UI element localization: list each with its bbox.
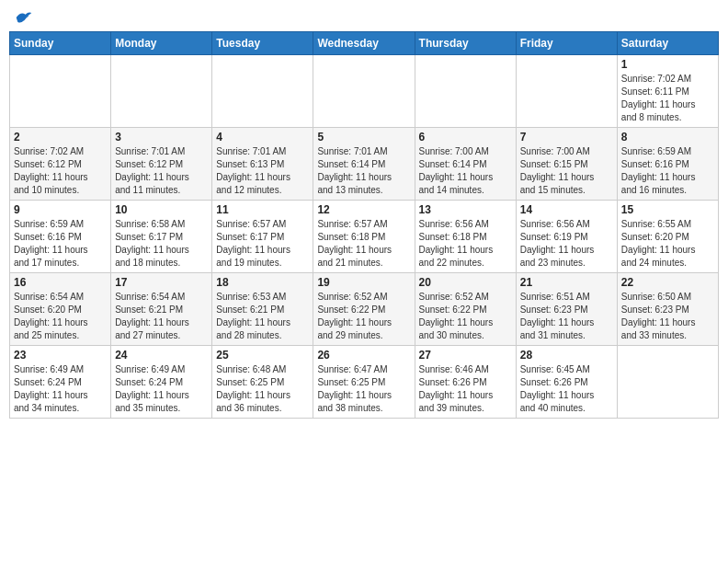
calendar-cell: 11Sunrise: 6:57 AM Sunset: 6:17 PM Dayli… <box>212 201 313 273</box>
day-number: 26 <box>317 349 410 362</box>
calendar-cell: 25Sunrise: 6:48 AM Sunset: 6:25 PM Dayli… <box>212 346 313 419</box>
day-info: Sunrise: 6:50 AM Sunset: 6:23 PM Dayligh… <box>621 291 714 342</box>
day-info: Sunrise: 6:56 AM Sunset: 6:18 PM Dayligh… <box>419 218 512 270</box>
day-info: Sunrise: 6:54 AM Sunset: 6:20 PM Dayligh… <box>14 291 107 342</box>
day-number: 20 <box>419 276 512 289</box>
day-info: Sunrise: 6:48 AM Sunset: 6:25 PM Dayligh… <box>216 363 309 415</box>
calendar-cell: 10Sunrise: 6:58 AM Sunset: 6:17 PM Dayli… <box>111 201 212 273</box>
day-number: 8 <box>621 131 714 144</box>
calendar-cell: 26Sunrise: 6:47 AM Sunset: 6:25 PM Dayli… <box>313 346 415 419</box>
calendar-cell <box>212 55 313 128</box>
weekday-tuesday: Tuesday <box>212 32 313 55</box>
day-info: Sunrise: 7:02 AM Sunset: 6:11 PM Dayligh… <box>621 73 714 124</box>
calendar-cell <box>313 55 415 128</box>
weekday-monday: Monday <box>111 32 212 55</box>
day-number: 5 <box>317 131 410 144</box>
page-header <box>9 9 719 26</box>
week-row-5: 23Sunrise: 6:49 AM Sunset: 6:24 PM Dayli… <box>10 346 719 419</box>
day-number: 1 <box>621 58 714 71</box>
day-info: Sunrise: 6:49 AM Sunset: 6:24 PM Dayligh… <box>115 363 208 415</box>
day-number: 28 <box>520 349 613 362</box>
calendar-cell: 18Sunrise: 6:53 AM Sunset: 6:21 PM Dayli… <box>212 273 313 346</box>
calendar-cell: 20Sunrise: 6:52 AM Sunset: 6:22 PM Dayli… <box>415 273 516 346</box>
calendar-cell <box>516 55 617 128</box>
day-info: Sunrise: 6:59 AM Sunset: 6:16 PM Dayligh… <box>621 145 714 197</box>
week-row-1: 1Sunrise: 7:02 AM Sunset: 6:11 PM Daylig… <box>10 55 719 128</box>
day-info: Sunrise: 6:57 AM Sunset: 6:18 PM Dayligh… <box>317 218 410 270</box>
day-number: 2 <box>14 131 107 144</box>
day-number: 21 <box>520 276 613 289</box>
calendar-cell: 28Sunrise: 6:45 AM Sunset: 6:26 PM Dayli… <box>516 346 617 419</box>
day-number: 13 <box>419 203 512 216</box>
calendar-cell: 5Sunrise: 7:01 AM Sunset: 6:14 PM Daylig… <box>313 128 415 201</box>
calendar-cell: 27Sunrise: 6:46 AM Sunset: 6:26 PM Dayli… <box>415 346 516 419</box>
day-number: 17 <box>115 276 208 289</box>
weekday-saturday: Saturday <box>617 32 718 55</box>
day-number: 14 <box>520 203 613 216</box>
calendar-cell: 4Sunrise: 7:01 AM Sunset: 6:13 PM Daylig… <box>212 128 313 201</box>
day-number: 27 <box>419 349 512 362</box>
calendar-cell: 22Sunrise: 6:50 AM Sunset: 6:23 PM Dayli… <box>617 273 718 346</box>
weekday-thursday: Thursday <box>415 32 516 55</box>
day-info: Sunrise: 7:01 AM Sunset: 6:12 PM Dayligh… <box>115 145 208 197</box>
day-info: Sunrise: 6:52 AM Sunset: 6:22 PM Dayligh… <box>419 291 512 342</box>
day-number: 6 <box>419 131 512 144</box>
day-info: Sunrise: 6:51 AM Sunset: 6:23 PM Dayligh… <box>520 291 613 342</box>
calendar-table: SundayMondayTuesdayWednesdayThursdayFrid… <box>9 31 719 419</box>
calendar-cell: 9Sunrise: 6:59 AM Sunset: 6:16 PM Daylig… <box>10 201 111 273</box>
calendar-cell: 21Sunrise: 6:51 AM Sunset: 6:23 PM Dayli… <box>516 273 617 346</box>
day-info: Sunrise: 6:57 AM Sunset: 6:17 PM Dayligh… <box>216 218 309 270</box>
calendar-cell: 12Sunrise: 6:57 AM Sunset: 6:18 PM Dayli… <box>313 201 415 273</box>
calendar-cell <box>617 346 718 419</box>
day-info: Sunrise: 7:01 AM Sunset: 6:13 PM Dayligh… <box>216 145 309 197</box>
calendar-body: 1Sunrise: 7:02 AM Sunset: 6:11 PM Daylig… <box>10 55 719 419</box>
calendar-cell: 3Sunrise: 7:01 AM Sunset: 6:12 PM Daylig… <box>111 128 212 201</box>
day-info: Sunrise: 6:58 AM Sunset: 6:17 PM Dayligh… <box>115 218 208 270</box>
day-number: 3 <box>115 131 208 144</box>
day-info: Sunrise: 6:49 AM Sunset: 6:24 PM Dayligh… <box>14 363 107 415</box>
day-info: Sunrise: 7:00 AM Sunset: 6:15 PM Dayligh… <box>520 145 613 197</box>
calendar-cell: 14Sunrise: 6:56 AM Sunset: 6:19 PM Dayli… <box>516 201 617 273</box>
day-info: Sunrise: 6:47 AM Sunset: 6:25 PM Dayligh… <box>317 363 410 415</box>
calendar-cell <box>415 55 516 128</box>
day-info: Sunrise: 6:53 AM Sunset: 6:21 PM Dayligh… <box>216 291 309 342</box>
day-number: 23 <box>14 349 107 362</box>
calendar-cell: 13Sunrise: 6:56 AM Sunset: 6:18 PM Dayli… <box>415 201 516 273</box>
day-info: Sunrise: 6:52 AM Sunset: 6:22 PM Dayligh… <box>317 291 410 342</box>
calendar-cell: 23Sunrise: 6:49 AM Sunset: 6:24 PM Dayli… <box>10 346 111 419</box>
day-number: 25 <box>216 349 309 362</box>
day-info: Sunrise: 6:54 AM Sunset: 6:21 PM Dayligh… <box>115 291 208 342</box>
day-info: Sunrise: 6:55 AM Sunset: 6:20 PM Dayligh… <box>621 218 714 270</box>
calendar-cell: 2Sunrise: 7:02 AM Sunset: 6:12 PM Daylig… <box>10 128 111 201</box>
week-row-2: 2Sunrise: 7:02 AM Sunset: 6:12 PM Daylig… <box>10 128 719 201</box>
day-info: Sunrise: 7:00 AM Sunset: 6:14 PM Dayligh… <box>419 145 512 197</box>
day-info: Sunrise: 6:59 AM Sunset: 6:16 PM Dayligh… <box>14 218 107 270</box>
calendar-cell: 6Sunrise: 7:00 AM Sunset: 6:14 PM Daylig… <box>415 128 516 201</box>
calendar-cell: 7Sunrise: 7:00 AM Sunset: 6:15 PM Daylig… <box>516 128 617 201</box>
calendar-cell: 24Sunrise: 6:49 AM Sunset: 6:24 PM Dayli… <box>111 346 212 419</box>
day-number: 19 <box>317 276 410 289</box>
day-number: 4 <box>216 131 309 144</box>
day-info: Sunrise: 7:02 AM Sunset: 6:12 PM Dayligh… <box>14 145 107 197</box>
day-number: 18 <box>216 276 309 289</box>
weekday-wednesday: Wednesday <box>313 32 415 55</box>
day-number: 16 <box>14 276 107 289</box>
day-number: 24 <box>115 349 208 362</box>
calendar-cell <box>10 55 111 128</box>
day-number: 7 <box>520 131 613 144</box>
logo-bird-icon <box>15 9 33 26</box>
day-info: Sunrise: 6:46 AM Sunset: 6:26 PM Dayligh… <box>419 363 512 415</box>
calendar-cell: 19Sunrise: 6:52 AM Sunset: 6:22 PM Dayli… <box>313 273 415 346</box>
day-number: 11 <box>216 203 309 216</box>
day-info: Sunrise: 7:01 AM Sunset: 6:14 PM Dayligh… <box>317 145 410 197</box>
weekday-header-row: SundayMondayTuesdayWednesdayThursdayFrid… <box>10 32 719 55</box>
day-info: Sunrise: 6:56 AM Sunset: 6:19 PM Dayligh… <box>520 218 613 270</box>
day-number: 12 <box>317 203 410 216</box>
calendar-cell: 17Sunrise: 6:54 AM Sunset: 6:21 PM Dayli… <box>111 273 212 346</box>
calendar-cell: 8Sunrise: 6:59 AM Sunset: 6:16 PM Daylig… <box>617 128 718 201</box>
day-number: 15 <box>621 203 714 216</box>
calendar-cell: 16Sunrise: 6:54 AM Sunset: 6:20 PM Dayli… <box>10 273 111 346</box>
weekday-friday: Friday <box>516 32 617 55</box>
day-number: 9 <box>14 203 107 216</box>
day-number: 22 <box>621 276 714 289</box>
